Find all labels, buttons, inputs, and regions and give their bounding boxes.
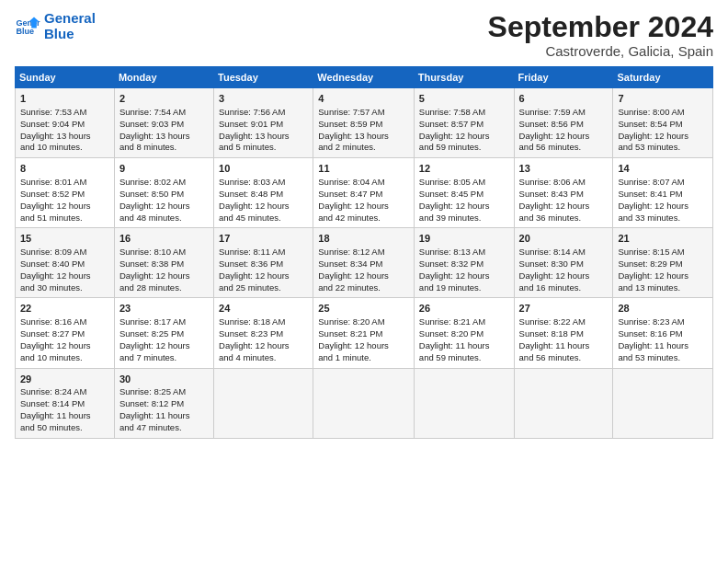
day-number: 24 bbox=[219, 302, 308, 316]
table-cell bbox=[613, 368, 713, 438]
table-cell: 24Sunrise: 8:18 AMSunset: 8:23 PMDayligh… bbox=[214, 298, 313, 368]
day-number: 15 bbox=[20, 232, 109, 246]
table-cell: 13Sunrise: 8:06 AMSunset: 8:43 PMDayligh… bbox=[514, 158, 613, 228]
day-number: 8 bbox=[20, 162, 109, 176]
table-cell: 3Sunrise: 7:56 AMSunset: 9:01 PMDaylight… bbox=[214, 88, 313, 158]
day-number: 14 bbox=[618, 162, 708, 176]
table-cell: 9Sunrise: 8:02 AMSunset: 8:50 PMDaylight… bbox=[114, 158, 213, 228]
col-thursday: Thursday bbox=[414, 67, 514, 88]
day-number: 27 bbox=[519, 302, 609, 316]
table-cell: 17Sunrise: 8:11 AMSunset: 8:36 PMDayligh… bbox=[214, 228, 313, 298]
table-cell: 21Sunrise: 8:15 AMSunset: 8:29 PMDayligh… bbox=[613, 228, 713, 298]
day-number: 4 bbox=[318, 92, 409, 106]
table-cell bbox=[514, 368, 613, 438]
table-cell: 19Sunrise: 8:13 AMSunset: 8:32 PMDayligh… bbox=[414, 228, 514, 298]
calendar-row: 8Sunrise: 8:01 AMSunset: 8:52 PMDaylight… bbox=[16, 158, 713, 228]
day-number: 26 bbox=[419, 302, 509, 316]
table-cell: 7Sunrise: 8:00 AMSunset: 8:54 PMDaylight… bbox=[613, 88, 713, 158]
day-number: 18 bbox=[318, 232, 409, 246]
day-number: 2 bbox=[119, 92, 209, 106]
logo-general: General bbox=[44, 10, 96, 26]
table-cell: 6Sunrise: 7:59 AMSunset: 8:56 PMDaylight… bbox=[514, 88, 613, 158]
table-cell: 27Sunrise: 8:22 AMSunset: 8:18 PMDayligh… bbox=[514, 298, 613, 368]
day-number: 25 bbox=[318, 302, 409, 316]
day-number: 9 bbox=[119, 162, 209, 176]
table-cell: 16Sunrise: 8:10 AMSunset: 8:38 PMDayligh… bbox=[114, 228, 213, 298]
day-number: 28 bbox=[618, 302, 708, 316]
col-tuesday: Tuesday bbox=[214, 67, 313, 88]
table-cell: 23Sunrise: 8:17 AMSunset: 8:25 PMDayligh… bbox=[114, 298, 213, 368]
day-number: 1 bbox=[20, 92, 109, 106]
day-number: 10 bbox=[219, 162, 308, 176]
calendar-row: 22Sunrise: 8:16 AMSunset: 8:27 PMDayligh… bbox=[16, 298, 713, 368]
calendar-row: 15Sunrise: 8:09 AMSunset: 8:40 PMDayligh… bbox=[16, 228, 713, 298]
logo-blue: Blue bbox=[44, 26, 74, 41]
header-row: Sunday Monday Tuesday Wednesday Thursday… bbox=[16, 67, 713, 88]
day-number: 12 bbox=[419, 162, 509, 176]
month-title: September 2024 bbox=[488, 11, 713, 43]
calendar-row: 1Sunrise: 7:53 AMSunset: 9:04 PMDaylight… bbox=[16, 88, 713, 158]
col-saturday: Saturday bbox=[613, 67, 713, 88]
day-number: 5 bbox=[419, 92, 509, 106]
col-sunday: Sunday bbox=[16, 67, 115, 88]
day-number: 30 bbox=[119, 373, 209, 386]
calendar-row: 29Sunrise: 8:24 AMSunset: 8:14 PMDayligh… bbox=[16, 368, 713, 438]
location-title: Castroverde, Galicia, Spain bbox=[488, 43, 713, 59]
page: General Blue General Blue September 2024… bbox=[0, 0, 728, 563]
table-cell: 14Sunrise: 8:07 AMSunset: 8:41 PMDayligh… bbox=[613, 158, 713, 228]
table-cell: 22Sunrise: 8:16 AMSunset: 8:27 PMDayligh… bbox=[16, 298, 115, 368]
table-cell bbox=[214, 368, 313, 438]
table-cell: 5Sunrise: 7:58 AMSunset: 8:57 PMDaylight… bbox=[414, 88, 514, 158]
title-block: September 2024 Castroverde, Galicia, Spa… bbox=[488, 11, 713, 59]
table-cell: 2Sunrise: 7:54 AMSunset: 9:03 PMDaylight… bbox=[114, 88, 213, 158]
table-cell bbox=[414, 368, 514, 438]
table-cell: 10Sunrise: 8:03 AMSunset: 8:48 PMDayligh… bbox=[214, 158, 313, 228]
day-number: 19 bbox=[419, 232, 509, 246]
header: General Blue General Blue September 2024… bbox=[15, 11, 713, 59]
table-cell: 28Sunrise: 8:23 AMSunset: 8:16 PMDayligh… bbox=[613, 298, 713, 368]
table-cell: 26Sunrise: 8:21 AMSunset: 8:20 PMDayligh… bbox=[414, 298, 514, 368]
table-cell: 18Sunrise: 8:12 AMSunset: 8:34 PMDayligh… bbox=[313, 228, 415, 298]
table-cell: 25Sunrise: 8:20 AMSunset: 8:21 PMDayligh… bbox=[313, 298, 415, 368]
svg-text:General: General bbox=[16, 17, 40, 27]
logo-text: General Blue bbox=[44, 11, 96, 41]
table-cell: 11Sunrise: 8:04 AMSunset: 8:47 PMDayligh… bbox=[313, 158, 415, 228]
table-cell: 29Sunrise: 8:24 AMSunset: 8:14 PMDayligh… bbox=[16, 368, 115, 438]
day-number: 21 bbox=[618, 232, 708, 246]
col-wednesday: Wednesday bbox=[313, 67, 415, 88]
calendar-table: Sunday Monday Tuesday Wednesday Thursday… bbox=[15, 66, 713, 438]
day-number: 11 bbox=[318, 162, 409, 176]
table-cell: 15Sunrise: 8:09 AMSunset: 8:40 PMDayligh… bbox=[16, 228, 115, 298]
table-cell: 20Sunrise: 8:14 AMSunset: 8:30 PMDayligh… bbox=[514, 228, 613, 298]
logo: General Blue General Blue bbox=[15, 11, 96, 41]
table-cell: 1Sunrise: 7:53 AMSunset: 9:04 PMDaylight… bbox=[16, 88, 115, 158]
day-number: 13 bbox=[519, 162, 609, 176]
table-cell: 12Sunrise: 8:05 AMSunset: 8:45 PMDayligh… bbox=[414, 158, 514, 228]
table-cell: 4Sunrise: 7:57 AMSunset: 8:59 PMDaylight… bbox=[313, 88, 415, 158]
day-number: 7 bbox=[618, 92, 708, 106]
svg-text:Blue: Blue bbox=[16, 27, 34, 36]
day-number: 17 bbox=[219, 232, 308, 246]
logo-icon: General Blue bbox=[15, 14, 40, 40]
day-number: 20 bbox=[519, 232, 609, 246]
table-cell bbox=[313, 368, 415, 438]
day-number: 16 bbox=[119, 232, 209, 246]
day-number: 6 bbox=[519, 92, 609, 106]
col-monday: Monday bbox=[114, 67, 213, 88]
day-number: 3 bbox=[219, 92, 308, 106]
table-cell: 8Sunrise: 8:01 AMSunset: 8:52 PMDaylight… bbox=[16, 158, 115, 228]
day-number: 23 bbox=[119, 302, 209, 316]
table-cell: 30Sunrise: 8:25 AMSunset: 8:12 PMDayligh… bbox=[114, 368, 213, 438]
day-number: 22 bbox=[20, 302, 109, 316]
day-number: 29 bbox=[20, 373, 109, 386]
col-friday: Friday bbox=[514, 67, 613, 88]
